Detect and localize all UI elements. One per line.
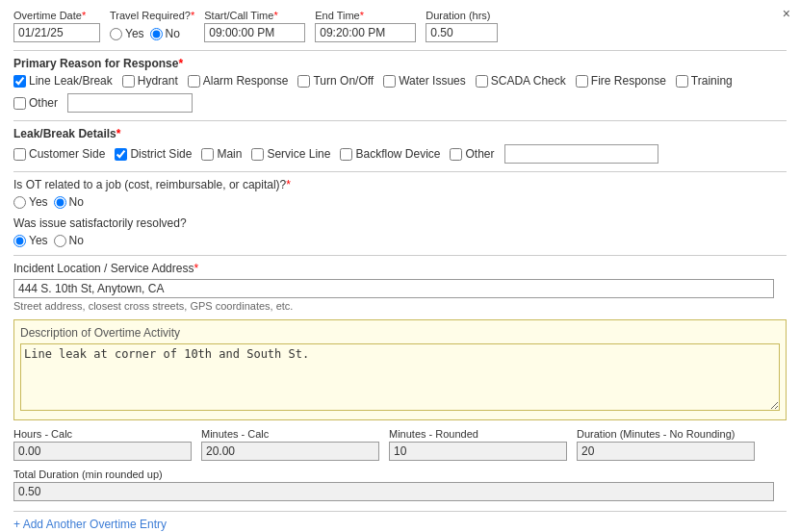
ot-job-yes[interactable]: Yes <box>13 195 48 209</box>
duration-group: Duration (hrs) <box>426 10 498 42</box>
divider-1 <box>13 50 787 51</box>
incident-location-label: Incident Location / Service Address* <box>13 262 787 275</box>
add-another-link[interactable]: + Add Another Overtime Entry <box>13 518 167 531</box>
reason-scada-check[interactable] <box>476 75 488 88</box>
travel-required-label: Travel Required?* <box>110 10 194 21</box>
duration-no-round-group: Duration (Minutes - No Rounding) <box>577 428 755 461</box>
start-time-input[interactable] <box>204 23 305 42</box>
description-label: Description of Overtime Activity <box>20 326 780 340</box>
minutes-rounded-group: Minutes - Rounded <box>389 428 567 461</box>
ot-job-radio-group: Yes No <box>13 195 787 209</box>
reason-training[interactable]: Training <box>676 74 733 88</box>
description-section: Description of Overtime Activity Line le… <box>13 319 787 420</box>
total-duration-label: Total Duration (min rounded up) <box>13 469 787 480</box>
travel-no-radio[interactable] <box>150 28 163 40</box>
reason-turn-on-off[interactable]: Turn On/Off <box>297 74 374 88</box>
reason-other-input[interactable] <box>67 93 193 113</box>
primary-reason-other-row: Other <box>13 93 787 113</box>
address-hint: Street address, closest cross streets, G… <box>13 300 787 312</box>
incident-location-section: Incident Location / Service Address* Str… <box>13 262 787 312</box>
start-time-label: Start/Call Time* <box>204 10 305 21</box>
primary-reason-checkboxes: Line Leak/Break Hydrant Alarm Response T… <box>13 74 787 88</box>
leak-other-check[interactable] <box>450 148 462 161</box>
reason-fire-check[interactable] <box>576 75 588 88</box>
ot-job-yes-radio[interactable] <box>13 196 26 209</box>
incident-address-input[interactable] <box>13 279 774 298</box>
satisfactory-radio-group: Yes No <box>13 234 787 247</box>
minutes-rounded-input[interactable] <box>389 442 567 461</box>
leak-service-line[interactable]: Service Line <box>251 147 330 161</box>
leak-main[interactable]: Main <box>201 147 242 161</box>
leak-customer-check[interactable] <box>13 148 26 161</box>
form-container: × Overtime Date* Travel Required?* Yes N… <box>0 0 800 532</box>
end-time-group: End Time* <box>315 10 416 42</box>
leak-district-side[interactable]: District Side <box>115 147 192 161</box>
overtime-date-input[interactable] <box>13 23 100 42</box>
start-time-group: Start/Call Time* <box>204 10 305 42</box>
hours-calc-input[interactable] <box>13 442 192 461</box>
reason-water-check[interactable] <box>383 75 396 88</box>
primary-reason-section: Primary Reason for Response* Line Leak/B… <box>13 57 787 113</box>
leak-service-check[interactable] <box>251 148 264 161</box>
travel-yes-radio[interactable] <box>110 28 122 40</box>
reason-training-check[interactable] <box>676 75 688 88</box>
ot-job-section: Is OT related to a job (cost, reimbursab… <box>13 178 787 209</box>
divider-5 <box>13 511 787 512</box>
minutes-calc-input[interactable] <box>201 442 379 461</box>
duration-label: Duration (hrs) <box>426 10 498 21</box>
reason-turn-check[interactable] <box>297 75 310 88</box>
reason-alarm-check[interactable] <box>188 75 200 88</box>
divider-3 <box>13 171 787 172</box>
satisfactory-label: Was issue satisfactorily resolved? <box>13 216 787 230</box>
reason-fire[interactable]: Fire Response <box>576 74 666 88</box>
reason-hydrant[interactable]: Hydrant <box>122 74 178 88</box>
close-button[interactable]: × <box>783 6 790 21</box>
travel-yes-option[interactable]: Yes <box>110 27 144 40</box>
satisfactory-section: Was issue satisfactorily resolved? Yes N… <box>13 216 787 247</box>
travel-required-group: Travel Required?* Yes No <box>110 10 194 40</box>
reason-alarm[interactable]: Alarm Response <box>188 74 289 88</box>
total-duration-input[interactable] <box>13 482 774 501</box>
reason-scada[interactable]: SCADA Check <box>476 74 566 88</box>
end-time-label: End Time* <box>315 10 416 21</box>
leak-main-check[interactable] <box>201 148 214 161</box>
reason-line-leak-check[interactable] <box>13 75 26 88</box>
sat-no[interactable]: No <box>54 234 84 247</box>
leak-break-checkboxes: Customer Side District Side Main Service… <box>13 144 787 164</box>
ot-job-label: Is OT related to a job (cost, reimbursab… <box>13 178 787 191</box>
overtime-date-label: Overtime Date* <box>13 10 100 21</box>
calc-row: Hours - Calc Minutes - Calc Minutes - Ro… <box>13 428 787 461</box>
leak-district-check[interactable] <box>115 148 127 161</box>
divider-4 <box>13 255 787 256</box>
reason-other-check[interactable] <box>13 97 26 110</box>
leak-other-input[interactable] <box>504 144 658 164</box>
sat-yes-radio[interactable] <box>13 235 26 247</box>
leak-customer-side[interactable]: Customer Side <box>13 147 105 161</box>
end-time-input[interactable] <box>315 23 416 42</box>
top-fields-row: Overtime Date* Travel Required?* Yes No <box>13 10 787 42</box>
reason-line-leak[interactable]: Line Leak/Break <box>13 74 113 88</box>
reason-hydrant-check[interactable] <box>122 75 135 88</box>
ot-job-no[interactable]: No <box>54 195 84 209</box>
duration-no-round-label: Duration (Minutes - No Rounding) <box>577 428 755 440</box>
divider-2 <box>13 120 787 121</box>
ot-job-no-radio[interactable] <box>54 196 66 209</box>
primary-reason-label: Primary Reason for Response* <box>13 57 787 70</box>
leak-backflow-check[interactable] <box>340 148 352 161</box>
duration-no-round-input[interactable] <box>577 442 755 461</box>
travel-no-option[interactable]: No <box>150 27 180 40</box>
leak-backflow[interactable]: Backflow Device <box>340 147 440 161</box>
reason-other[interactable]: Other <box>13 96 58 110</box>
description-textarea[interactable]: Line leak at corner of 10th and South St… <box>20 343 780 411</box>
duration-input[interactable] <box>426 23 498 42</box>
minutes-calc-group: Minutes - Calc <box>201 428 379 461</box>
total-duration-section: Total Duration (min rounded up) <box>13 469 787 501</box>
hours-calc-group: Hours - Calc <box>13 428 192 461</box>
reason-water-issues[interactable]: Water Issues <box>383 74 466 88</box>
sat-no-radio[interactable] <box>54 235 66 247</box>
sat-yes[interactable]: Yes <box>13 234 48 247</box>
minutes-rounded-label: Minutes - Rounded <box>389 428 567 440</box>
minutes-calc-label: Minutes - Calc <box>201 428 379 440</box>
leak-other[interactable]: Other <box>450 147 494 161</box>
leak-break-section: Leak/Break Details* Customer Side Distri… <box>13 127 787 164</box>
